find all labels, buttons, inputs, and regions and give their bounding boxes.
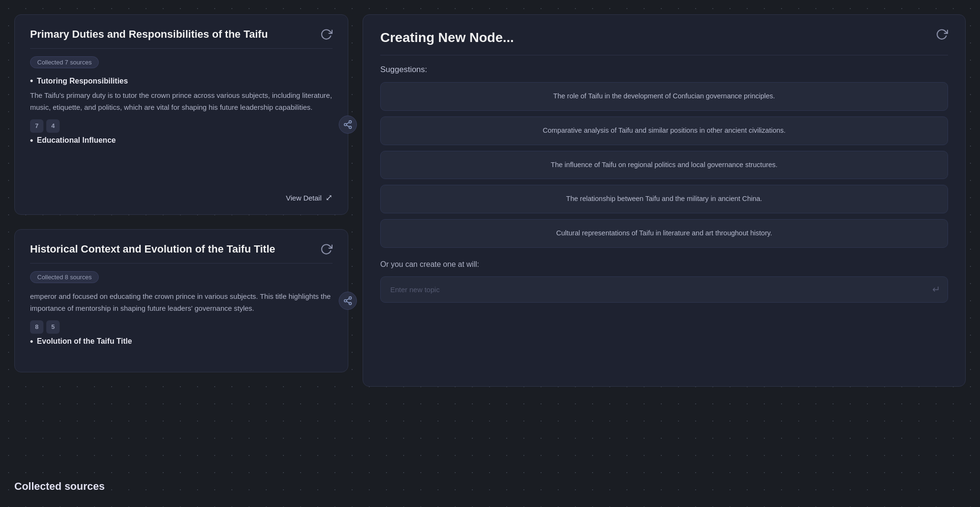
card1-divider [30,48,333,49]
suggestions-label: Suggestions: [380,65,427,74]
left-panel: Primary Duties and Responsibilities of t… [14,14,348,493]
card2-sources-badge: Collected 8 sources [30,271,99,283]
refresh-icon-right[interactable] [936,28,948,41]
suggestion-item-0[interactable]: The role of Taifu in the development of … [380,82,948,111]
suggestion-item-3[interactable]: The relationship between Taifu and the m… [380,185,948,213]
connect-icon-card2[interactable] [339,292,357,310]
suggestion-item-1[interactable]: Comparative analysis of Taifu and simila… [380,116,948,145]
svg-point-0 [349,121,352,123]
svg-point-6 [344,300,347,302]
collected-sources-label: Collected sources [14,480,105,493]
connect-icon-card1[interactable] [339,116,357,134]
svg-point-1 [344,124,347,126]
card1-number-badges: 7 4 [30,119,333,133]
suggestion-item-4[interactable]: Cultural representations of Taifu in lit… [380,219,948,248]
svg-line-8 [346,301,349,303]
card1-title: Primary Duties and Responsibilities of t… [30,28,287,40]
svg-line-3 [346,125,349,127]
card1-bullet1-body: The Taifu's primary duty is to tutor the… [30,90,333,114]
card1-badge-7: 7 [30,119,43,133]
refresh-icon-card2[interactable] [320,243,333,255]
suggestions-list: The role of Taifu in the development of … [380,82,948,254]
card2-title: Historical Context and Evolution of the … [30,243,294,255]
card1-bullet1-label: Tutoring Responsibilities [30,76,333,86]
svg-line-4 [346,122,349,124]
right-panel-title: Creating New Node... [380,30,948,45]
card-historical-context: Historical Context and Evolution of the … [14,229,348,372]
or-create-label: Or you can create one at will: [380,260,948,269]
card1-sources-badge: Collected 7 sources [30,56,99,68]
right-panel: Creating New Node... Suggestions: The ro… [363,14,966,387]
card1-badge-4: 4 [46,119,60,133]
right-panel-divider [380,55,948,55]
new-topic-input[interactable] [380,276,948,303]
card1-bullet2-label: Educational Influence [30,136,333,146]
card2-bullet1-label: Evolution of the Taifu Title [30,337,333,347]
card2-partial-text: emperor and focused on educating the cro… [30,291,333,315]
view-detail-button[interactable]: View Detail ⤢ [286,192,333,203]
card1-content: Tutoring Responsibilities The Taifu's pr… [30,76,333,173]
svg-line-9 [346,298,349,300]
svg-point-2 [349,126,352,128]
card2-divider [30,263,333,264]
view-detail-arrow-icon: ⤢ [325,192,333,203]
card2-badge-5: 5 [46,320,60,334]
enter-icon: ↵ [932,284,940,295]
suggestion-item-2[interactable]: The influence of Taifu on regional polit… [380,151,948,180]
svg-point-5 [349,297,352,299]
card2-badge-8: 8 [30,320,43,334]
new-topic-input-wrap: ↵ [380,276,948,303]
refresh-icon-card1[interactable] [320,28,333,41]
card-primary-duties: Primary Duties and Responsibilities of t… [14,14,348,215]
suggestions-header: Suggestions: [380,65,948,74]
card2-number-badges: 8 5 [30,320,333,334]
svg-point-7 [349,302,352,305]
view-detail-label: View Detail [286,194,322,202]
